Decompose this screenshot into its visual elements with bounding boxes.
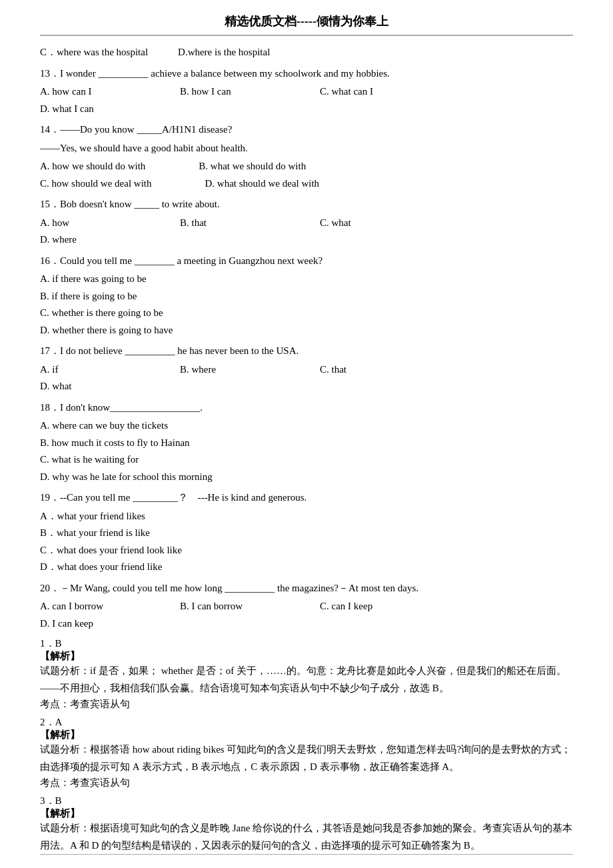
question-13: 13．I wonder __________ achieve a balance… — [40, 65, 573, 118]
q16-option-d: D. whether there is going to have — [40, 322, 573, 339]
q17-stem: 17．I do not believe __________ he has ne… — [40, 343, 573, 360]
answer-3-jiexi-text: 试题分析：根据语境可知此句的含义是昨晚 Jane 给你说的什么，其答语是她问我是… — [40, 820, 573, 854]
q20-option-c: C. can I keep — [320, 598, 440, 615]
q18-stem: 18．I don't know__________________. — [40, 399, 573, 417]
c-line: C．where was the hospital D.where is the … — [40, 44, 573, 61]
q20-option-a: A. can I borrow — [40, 598, 160, 615]
q15-option-a: A. how — [40, 215, 160, 232]
answer-2-jiexi-title: 【解析】 — [40, 729, 573, 741]
q18-option-c: C. what is he waiting for — [40, 451, 573, 469]
q15-options: A. how B. that C. what D. where — [40, 215, 573, 249]
answer-2-kaodian: 考点：考查宾语从句 — [40, 777, 573, 789]
q13-option-c: C. what can I — [320, 83, 440, 101]
q20-option-d: D. I can keep — [40, 615, 160, 633]
q14-options: A. how we should do with B. what we shou… — [40, 158, 573, 192]
q17-option-d: D. what — [40, 378, 160, 395]
page-header: 精选优质文档-----倾情为你奉上 — [40, 13, 573, 36]
q13-options: A. how can I B. how I can C. what can I … — [40, 83, 573, 117]
q20-stem: 20．－Mr Wang, could you tell me how long … — [40, 580, 573, 597]
q15-option-d: D. where — [40, 231, 160, 249]
q18-option-b: B. how much it costs to fly to Hainan — [40, 435, 573, 452]
q13-option-d: D. what I can — [40, 101, 160, 118]
answer-1-kaodian: 考点：考查宾语从句 — [40, 698, 573, 711]
q18-options: A. where can we buy the tickets B. how m… — [40, 417, 573, 485]
q13-stem: 13．I wonder __________ achieve a balance… — [40, 65, 573, 83]
q14-option-a: A. how we should do with — [40, 158, 145, 175]
q14-option-b: B. what we should do with — [199, 158, 306, 175]
q13-option-a: A. how can I — [40, 83, 160, 101]
q19-option-b: B．what your friend is like — [40, 525, 573, 542]
q14-option-d: D. what should we deal with — [205, 175, 319, 193]
q14-option-c: C. how should we deal with — [40, 175, 151, 193]
q17-option-b: B. where — [180, 361, 300, 379]
q19-option-a: A．what your friend likes — [40, 508, 573, 525]
question-15: 15．Bob doesn't know _____ to write about… — [40, 196, 573, 249]
question-16: 16．Could you tell me ________ a meeting … — [40, 253, 573, 339]
q16-stem: 16．Could you tell me ________ a meeting … — [40, 253, 573, 270]
answer-2-num: 2．A — [40, 716, 573, 729]
q17-option-c: C. that — [320, 361, 440, 379]
q16-option-b: B. if there is going to be — [40, 288, 573, 305]
q15-stem: 15．Bob doesn't know _____ to write about… — [40, 196, 573, 213]
question-17: 17．I do not believe __________ he has ne… — [40, 343, 573, 395]
q19-options: A．what your friend likes B．what your fri… — [40, 508, 573, 576]
q13-option-b: B. how I can — [180, 83, 300, 101]
q14-stem1: 14．——Do you know _____A/H1N1 disease? — [40, 121, 573, 139]
question-14: 14．——Do you know _____A/H1N1 disease? ——… — [40, 121, 573, 192]
q16-option-c: C. whether is there going to be — [40, 305, 573, 322]
q15-option-c: C. what — [320, 215, 440, 232]
q18-option-a: A. where can we buy the tickets — [40, 417, 573, 435]
answer-1-jiexi-title: 【解析】 — [40, 650, 573, 663]
answer-section: 1．B 【解析】 试题分析：if 是否，如果； whether 是否；of 关于… — [40, 637, 573, 854]
q15-option-b: B. that — [180, 215, 300, 232]
q16-options: A. if there was going to be B. if there … — [40, 271, 573, 339]
question-18: 18．I don't know__________________. A. wh… — [40, 399, 573, 486]
answer-2-jiexi-text: 试题分析：根据答语 how about riding bikes 可知此句的含义… — [40, 741, 573, 775]
c-line-text: C．where was the hospital D.where is the … — [40, 44, 573, 61]
q18-option-d: D. why was he late for school this morni… — [40, 469, 573, 486]
q20-option-b: B. I can borrow — [180, 598, 300, 615]
q16-option-a: A. if there was going to be — [40, 271, 573, 288]
answer-3-jiexi-title: 【解析】 — [40, 807, 573, 820]
answer-1-num: 1．B — [40, 637, 573, 650]
header-title: 精选优质文档-----倾情为你奉上 — [225, 15, 388, 28]
q19-option-d: D．what does your friend like — [40, 559, 573, 576]
question-19: 19．--Can you tell me _________？ ---He is… — [40, 489, 573, 576]
q20-options: A. can I borrow B. I can borrow C. can I… — [40, 598, 573, 632]
q14-stem2: ——Yes, we should have a good habit about… — [40, 140, 573, 157]
q17-option-a: A. if — [40, 361, 160, 379]
question-20: 20．－Mr Wang, could you tell me how long … — [40, 580, 573, 633]
q19-option-c: C．what does your friend look like — [40, 542, 573, 559]
answer-3-num: 3．B — [40, 795, 573, 807]
q19-stem: 19．--Can you tell me _________？ ---He is… — [40, 489, 573, 507]
q17-options: A. if B. where C. that D. what — [40, 361, 573, 395]
answer-1-jiexi-text: 试题分析：if 是否，如果； whether 是否；of 关于，……的。句意：龙… — [40, 663, 573, 697]
